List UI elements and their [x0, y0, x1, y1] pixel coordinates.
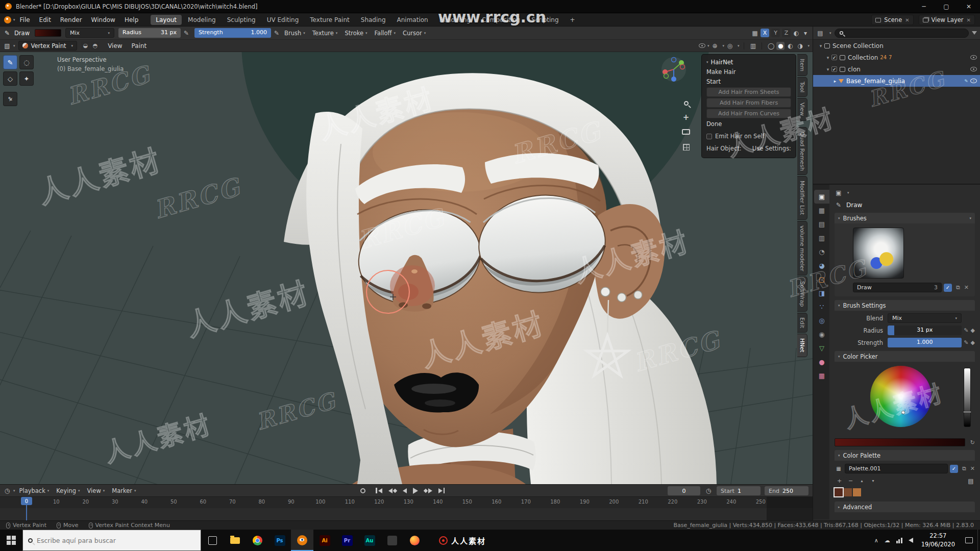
palette-name-field[interactable]: Palette.001 — [845, 464, 948, 473]
add-workspace-button[interactable]: + — [565, 15, 580, 25]
playback-sync-icon[interactable]: ◷ — [704, 487, 713, 495]
tab-world[interactable]: ◕ — [814, 259, 829, 272]
tool-context-icon[interactable]: ▣ — [835, 189, 843, 197]
play-reverse-button[interactable] — [403, 488, 407, 493]
audition-icon[interactable]: Au — [358, 530, 381, 551]
outliner-row-clon[interactable]: ▾✓ clon — [813, 63, 980, 75]
tab-view-layer[interactable]: ▥ — [814, 231, 829, 245]
radius-pressure-icon[interactable]: ✎ — [182, 29, 190, 37]
taskbar-search[interactable] — [22, 530, 201, 551]
sidebar-tab-modifier-list[interactable]: Modifier List — [797, 176, 807, 219]
brush-settings-panel-header[interactable]: ▾Brush Settings — [835, 300, 975, 311]
tab-render[interactable]: ▦ — [814, 204, 829, 217]
workspace-tab-modeling[interactable]: Modeling — [183, 15, 221, 25]
shading-rendered-icon[interactable]: ◑ — [796, 42, 804, 50]
falloff-shape-icon[interactable]: ◐ — [792, 29, 800, 37]
palette-remove-button[interactable]: − — [846, 477, 855, 485]
tab-physics[interactable]: ◎ — [814, 314, 829, 328]
search-input[interactable] — [37, 537, 180, 544]
radius-pressure-icon[interactable]: ✎ — [964, 327, 968, 334]
options-icon[interactable]: ▾ — [801, 29, 810, 37]
task-view-button[interactable] — [201, 530, 224, 551]
duplicate-palette-icon[interactable]: ⧉ — [962, 465, 966, 472]
mirror-x-toggle[interactable]: X — [761, 29, 769, 37]
current-frame-field[interactable]: 0 — [668, 486, 700, 495]
shading-wireframe-icon[interactable]: ◯ — [767, 42, 775, 50]
prev-keyframe-button[interactable] — [388, 488, 397, 493]
brush-color-swatch[interactable] — [35, 29, 61, 37]
color-wheel[interactable] — [870, 366, 932, 427]
auto-key-toggle[interactable] — [360, 488, 365, 493]
timeline-editor-icon[interactable]: ◷ — [3, 487, 11, 495]
unlink-brush-icon[interactable]: ✕ — [964, 284, 969, 291]
tab-constraints[interactable]: ◉ — [814, 328, 829, 341]
workspace-tab-compositing[interactable]: Compositing — [477, 15, 525, 25]
tab-scene[interactable]: ◔ — [814, 245, 829, 259]
workspace-tab-texture-paint[interactable]: Texture Paint — [305, 15, 354, 25]
outliner-row-scene-collection[interactable]: ▾ Scene Collection — [813, 40, 980, 52]
strength-anim-icon[interactable]: ◆ — [971, 339, 975, 346]
strength-slider[interactable]: Strength 1.000 — [194, 28, 271, 38]
app-menu-icon[interactable]: ▾ — [4, 16, 15, 23]
visibility-eye-icon[interactable] — [970, 55, 977, 60]
volume-icon[interactable] — [909, 538, 913, 543]
add-hair-from-curves-button[interactable]: Add Hair From Curves — [706, 109, 791, 118]
shading-material-icon[interactable]: ◐ — [786, 42, 794, 50]
hidden-icons-caret[interactable]: ∧ — [874, 537, 878, 544]
gizmo-toggle-icon[interactable]: ⊕ — [710, 42, 719, 50]
jump-to-start-button[interactable] — [376, 488, 382, 493]
brush-preview-thumbnail[interactable] — [853, 228, 904, 279]
firefox-icon[interactable] — [403, 530, 426, 551]
clon-checkbox[interactable]: ✓ — [831, 66, 837, 72]
close-button[interactable]: ✕ — [958, 0, 980, 13]
tab-texture[interactable]: ▦ — [814, 369, 829, 383]
file-explorer-icon[interactable] — [224, 530, 246, 551]
scene-unlink-icon[interactable]: ✕ — [905, 17, 909, 23]
camera-view-icon[interactable] — [682, 129, 690, 135]
props-strength-slider[interactable]: 1.000 — [888, 338, 962, 347]
fake-user-shield-icon[interactable]: ✓ — [944, 284, 952, 292]
shading-solid-icon[interactable]: ● — [776, 42, 785, 50]
add-hair-from-sheets-button[interactable]: Add Hair From Sheets — [706, 87, 791, 97]
draw-brush-tool[interactable]: ✎ — [3, 55, 17, 69]
visibility-dropdown[interactable]: ▾ — [699, 43, 709, 48]
frame-end-field[interactable]: End250 — [765, 486, 808, 495]
tab-object[interactable]: ▢ — [814, 272, 829, 286]
workspace-tab-sculpting[interactable]: Sculpting — [222, 15, 261, 25]
color-picker-panel-header[interactable]: ▾Color Picker — [835, 351, 975, 362]
falloff-popover[interactable]: Falloff▾ — [375, 30, 396, 37]
unlink-palette-icon[interactable]: ✕ — [970, 465, 975, 472]
minimize-button[interactable]: ─ — [913, 0, 935, 13]
brush-name-field[interactable]: Draw 3 — [853, 283, 942, 292]
illustrator-icon[interactable]: Ai — [313, 530, 336, 551]
workspace-tab-layout[interactable]: Layout — [151, 15, 182, 25]
show-desktop-button[interactable] — [977, 530, 980, 551]
palette-fake-user-icon[interactable]: ✓ — [950, 465, 958, 473]
start-button[interactable] — [0, 530, 22, 551]
outliner-editor-icon[interactable]: ▤ — [816, 29, 824, 37]
keying-menu[interactable]: Keying▾ — [56, 487, 80, 494]
palette-specials-icon[interactable]: ▤ — [967, 477, 975, 485]
strength-pressure-icon[interactable]: ✎ — [964, 339, 968, 346]
chrome-icon[interactable] — [246, 530, 268, 551]
palette-swatch[interactable] — [844, 488, 852, 496]
workspace-tab-animation[interactable]: Animation — [392, 15, 433, 25]
tab-tool[interactable]: ▣ — [814, 190, 829, 204]
stroke-popover[interactable]: Stroke▾ — [345, 30, 367, 37]
paint-menu[interactable]: Paint — [127, 42, 152, 49]
cloud-icon[interactable]: ☁ — [885, 537, 890, 544]
menu-file[interactable]: File — [15, 16, 35, 23]
editor-type-icon[interactable]: ▧ — [3, 42, 11, 50]
generic-app-icon[interactable] — [381, 530, 403, 551]
color-palette-panel-header[interactable]: ▾Color Palette — [835, 450, 975, 461]
filter-icon[interactable] — [972, 31, 977, 35]
blend-mode-dropdown[interactable]: Mix▾ — [65, 28, 114, 38]
emit-hair-on-self-checkbox[interactable] — [706, 134, 712, 139]
tab-modifiers[interactable]: ◨ — [814, 286, 829, 300]
action-center-icon[interactable] — [960, 530, 977, 551]
tab-output[interactable]: ▤ — [814, 217, 829, 231]
add-hair-from-fibers-button[interactable]: Add Hair From Fibers — [706, 98, 791, 108]
brush-popover[interactable]: Brush▾ — [284, 30, 305, 37]
palette-swatch[interactable] — [835, 488, 843, 496]
workspace-tab-rendering[interactable]: Rendering — [434, 15, 476, 25]
